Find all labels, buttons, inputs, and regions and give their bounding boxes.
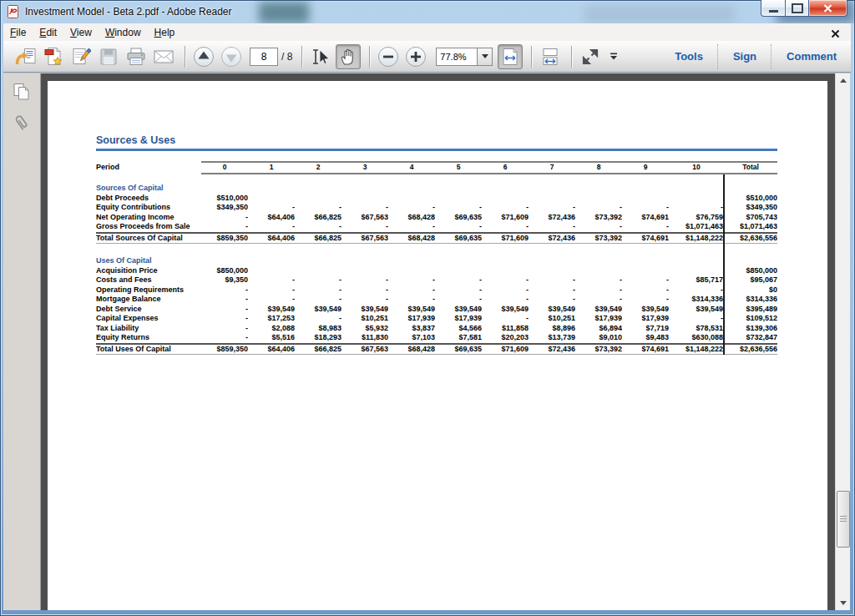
cell: $8,896 <box>529 324 575 334</box>
fullscreen-button[interactable] <box>578 44 603 69</box>
close-icon <box>823 4 832 13</box>
column-header-7: 7 <box>529 162 575 174</box>
spacer-row <box>96 244 777 257</box>
scroll-up-icon <box>840 78 847 83</box>
column-header-total: Total <box>724 162 777 174</box>
cell: - <box>482 203 529 213</box>
cell <box>482 266 529 276</box>
cell: - <box>482 295 529 305</box>
page-thumbnails-button[interactable] <box>8 79 35 104</box>
table-row: Operating Requirements-----------$0 <box>96 285 777 295</box>
cell: - <box>529 275 575 285</box>
create-pdf-button[interactable] <box>41 44 66 69</box>
minimize-button[interactable] <box>761 0 786 17</box>
fit-width-button[interactable] <box>498 44 523 69</box>
total-cell: $1,071,463 <box>724 222 777 233</box>
scroll-up-button[interactable] <box>836 73 850 88</box>
cell: - <box>482 222 529 233</box>
scrolling-mode-button[interactable] <box>538 44 563 69</box>
cell: $69,635 <box>435 233 482 244</box>
menu-file[interactable]: File <box>3 25 33 40</box>
page-number-input[interactable] <box>250 48 278 66</box>
tools-panel-button[interactable]: Tools <box>660 41 717 72</box>
cell: - <box>622 295 669 305</box>
menu-window[interactable]: Window <box>99 25 148 40</box>
menu-edit[interactable]: Edit <box>33 25 63 40</box>
cell: $18,293 <box>295 333 341 344</box>
cell: - <box>201 314 248 324</box>
chevron-down-icon <box>482 54 488 58</box>
zoom-level-input[interactable] <box>436 48 478 66</box>
attachments-button[interactable] <box>8 110 35 135</box>
cell: $69,635 <box>435 344 482 355</box>
cell <box>669 194 724 204</box>
hand-tool-button[interactable] <box>336 44 361 69</box>
cell <box>341 194 388 204</box>
total-cell: $109,512 <box>724 314 777 324</box>
cell: $73,392 <box>575 213 622 223</box>
menu-view[interactable]: View <box>63 25 99 40</box>
previous-page-button[interactable] <box>191 44 216 69</box>
table-row: Costs and Fees$9,350---------$85,717$95,… <box>96 275 777 285</box>
cell: - <box>622 203 669 213</box>
cell: $39,549 <box>482 305 529 315</box>
cell: $9,010 <box>575 333 622 344</box>
scrollbar-thumb[interactable] <box>837 491 850 548</box>
zoom-out-button[interactable] <box>376 44 401 69</box>
cell: - <box>435 285 482 295</box>
email-button[interactable] <box>151 44 176 69</box>
toolbar: / 8 <box>3 41 851 73</box>
cell: - <box>482 314 529 324</box>
create-pdf-icon <box>43 47 63 66</box>
cell: $17,939 <box>435 314 482 324</box>
cell: $850,000 <box>201 266 248 276</box>
zoom-in-button[interactable] <box>403 44 428 69</box>
fill-sign-button[interactable] <box>68 44 94 69</box>
menu-help[interactable]: Help <box>148 25 182 40</box>
cell: - <box>201 213 248 223</box>
cell: - <box>575 222 622 233</box>
zoom-dropdown-button[interactable] <box>478 48 493 66</box>
close-button[interactable] <box>808 0 847 17</box>
cell <box>575 194 622 204</box>
cell: $39,549 <box>388 305 435 315</box>
toolbar-overflow-button[interactable] <box>605 44 622 69</box>
open-file-button[interactable] <box>13 44 38 69</box>
cell: $39,549 <box>295 305 341 315</box>
comment-panel-button[interactable]: Comment <box>772 41 851 72</box>
title-bar[interactable]: Investment Model - Beta 2.pdf - Adobe Re… <box>0 0 855 23</box>
vertical-scrollbar[interactable] <box>835 73 850 610</box>
table-row: Debt Proceeds$510,000$510,000 <box>96 194 777 204</box>
cell: - <box>529 295 575 305</box>
sources-uses-report: Sources & Uses Period012345678910TotalSo… <box>96 134 777 355</box>
cell: - <box>201 285 248 295</box>
row-label: Capital Expenses <box>96 314 201 324</box>
select-tool-button[interactable] <box>308 44 333 69</box>
next-page-icon <box>220 46 242 68</box>
cell: - <box>248 275 295 285</box>
sources-uses-table: Period012345678910TotalSources Of Capita… <box>96 161 777 355</box>
cell <box>669 256 724 266</box>
cell: $67,563 <box>341 213 388 223</box>
save-button[interactable] <box>96 44 121 69</box>
sign-panel-button[interactable]: Sign <box>719 41 771 72</box>
row-label: Debt Proceeds <box>96 194 201 204</box>
cell: - <box>388 295 435 305</box>
cell: $66,825 <box>295 213 341 223</box>
close-document-icon[interactable] <box>831 27 841 37</box>
cell: $1,148,222 <box>669 344 724 355</box>
cell: - <box>529 222 575 233</box>
spacer-cell <box>669 244 724 257</box>
cell: - <box>341 222 388 233</box>
cell: $85,717 <box>669 275 724 285</box>
table-row: Gross Proceeds from Sale----------$1,071… <box>96 222 777 233</box>
maximize-button[interactable] <box>786 0 808 17</box>
scroll-down-button[interactable] <box>836 596 850 610</box>
period-header-row: Period012345678910Total <box>96 162 777 174</box>
row-label: Mortgage Balance <box>96 295 201 305</box>
cell: - <box>295 295 341 305</box>
cell: $314,336 <box>669 295 724 305</box>
hand-tool-icon <box>338 47 358 67</box>
print-button[interactable] <box>124 44 149 69</box>
next-page-button[interactable] <box>219 44 244 69</box>
